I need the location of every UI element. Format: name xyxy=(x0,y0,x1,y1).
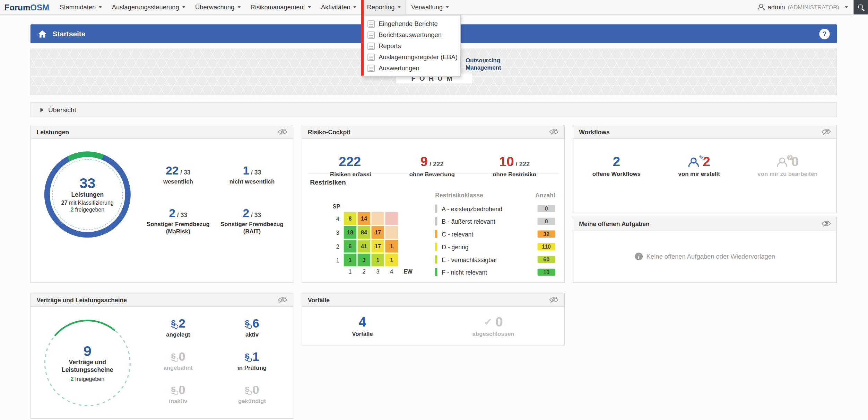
reporting-menu-item[interactable]: Auswertungen xyxy=(363,62,460,73)
vertraege-stats: 2 angelegt 6 aktiv 0 angebahnt xyxy=(143,318,287,404)
risk-matrix-cell: 1 xyxy=(385,254,398,267)
risk-matrix: SP 4321 8141884176411711311 1234 EW xyxy=(333,200,435,280)
paragraph-icon xyxy=(245,386,250,395)
menu-item-aktivitaeten[interactable]: Aktivitäten xyxy=(316,0,362,14)
chevron-down-icon xyxy=(445,6,449,8)
risk-matrix-cell: 1 xyxy=(385,240,398,253)
chevron-down-icon xyxy=(845,6,848,8)
matrix-row-labels: 4321 xyxy=(334,212,341,268)
card-workflows: Workflows 2 offene Workflows 2 von mir e… xyxy=(573,125,837,213)
risk-matrix-cell: 8 xyxy=(344,212,357,225)
user-menu[interactable]: admin (ADMINISTRATOR) xyxy=(752,4,854,10)
legend-row: C - relevant 32 xyxy=(435,228,555,241)
user-name: admin xyxy=(767,4,785,10)
matrix-col-label: 3 xyxy=(372,269,384,275)
red-indicator-bar xyxy=(361,0,364,76)
vorfaelle-stats: 4 Vorfälle 0 abgeschlossen xyxy=(302,307,564,337)
chevron-down-icon xyxy=(308,6,311,8)
legend-count-badge: 60 xyxy=(538,256,555,263)
risk-matrix-cell: 3 xyxy=(358,254,371,267)
legend-color-bar xyxy=(435,205,437,213)
hide-widget-icon[interactable] xyxy=(822,128,831,135)
reporting-menu-item[interactable]: Reports xyxy=(363,41,460,52)
reporting-menu-item[interactable]: Eingehende Berichte xyxy=(363,18,460,29)
collapse-arrow-icon xyxy=(41,107,44,112)
uebersicht-toggle[interactable]: Übersicht xyxy=(31,102,837,117)
card-header: Verträge und Leistungsscheine xyxy=(31,294,293,307)
matrix-row-label: 3 xyxy=(334,226,341,240)
app-logo[interactable]: ForumOSM xyxy=(5,0,49,14)
divider xyxy=(308,173,558,174)
workflow-stat-open: 2 offene Workflows xyxy=(592,155,641,177)
card-title: Vorfälle xyxy=(308,296,330,303)
legend-color-bar xyxy=(435,230,437,238)
card-header: Risiko-Cockpit xyxy=(302,125,564,138)
vertrag-stat: 0 inaktiv xyxy=(143,384,214,404)
menu-item-stammdaten[interactable]: Stammdaten xyxy=(55,0,107,14)
legend-header-count: Anzahl xyxy=(535,192,555,198)
hide-widget-icon[interactable] xyxy=(822,220,831,227)
paragraph-icon xyxy=(245,352,250,361)
risk-matrix-cell: 18 xyxy=(344,226,357,239)
paragraph-icon xyxy=(171,386,176,395)
card-header: Vorfälle xyxy=(302,294,564,307)
home-icon[interactable] xyxy=(38,29,47,38)
hide-widget-icon[interactable] xyxy=(549,128,558,135)
menu-item-verwaltung[interactable]: Verwaltung xyxy=(406,0,454,14)
report-icon xyxy=(367,53,375,61)
report-icon xyxy=(367,20,375,27)
card-title: Leistungen xyxy=(36,128,69,135)
legend-count-badge: 32 xyxy=(538,231,555,238)
vertrag-stat: 6 aktiv xyxy=(217,318,287,338)
risk-matrix-cell: 17 xyxy=(372,240,384,253)
search-button[interactable] xyxy=(853,0,868,14)
user-tasks-icon xyxy=(776,157,788,167)
workflow-stat-todo: 0 von mir zu bearbeiten xyxy=(757,155,817,177)
menu-item-reporting[interactable]: Reporting Eingehende Berichte Berichtsau… xyxy=(362,0,406,14)
legend-row: F - nicht relevant 10 xyxy=(435,266,555,279)
legend-label: B - äußerst relevant xyxy=(442,218,533,225)
matrix-y-axis-label: SP xyxy=(333,203,340,209)
reporting-dropdown: Eingehende Berichte Berichtsauswertungen… xyxy=(362,15,460,77)
vertraege-donut-chart: 9 Verträge und Leistungsscheine 2 freige… xyxy=(43,319,132,407)
donut-center-text: 33 Leistungen 27 mit Klassifizierung 2 f… xyxy=(44,151,131,238)
chevron-down-icon xyxy=(397,6,401,8)
legend-rows: A - existenzbedrohend 0 B - äußerst rele… xyxy=(435,202,555,278)
leistung-stat: 22/ 33 wesentlich xyxy=(143,164,214,186)
vertrag-stat: 0 gekündigt xyxy=(217,384,287,404)
risk-matrix-cell: 84 xyxy=(358,226,371,239)
app-logo-part2: OSM xyxy=(30,2,49,12)
vertrag-stat: 0 angebahnt xyxy=(143,351,214,371)
chevron-down-icon xyxy=(182,6,185,8)
legend-row: A - existenzbedrohend 0 xyxy=(435,202,555,215)
help-button[interactable]: ? xyxy=(819,28,830,39)
legend-count-badge: 110 xyxy=(538,243,555,250)
hide-widget-icon[interactable] xyxy=(278,128,287,135)
reporting-menu-item[interactable]: Berichtsauswertungen xyxy=(363,29,460,41)
card-title: Verträge und Leistungsscheine xyxy=(36,296,127,303)
legend-color-bar xyxy=(435,255,437,263)
legend-label: F - nicht relevant xyxy=(442,269,533,276)
risk-matrix-cell xyxy=(385,212,398,225)
info-icon xyxy=(635,252,642,260)
vorfall-stat-done: 0 abgeschlossen xyxy=(472,315,514,337)
check-icon xyxy=(484,317,492,327)
risk-matrix-cell: 14 xyxy=(358,212,371,225)
legend-label: C - relevant xyxy=(442,231,533,237)
menu-item-auslagerungssteuerung[interactable]: Auslagerungssteuerung xyxy=(107,0,190,14)
card-vertraege: Verträge und Leistungsscheine 9 Verträge… xyxy=(31,293,294,419)
reporting-menu-item[interactable]: Auslagerungsregister (EBA) xyxy=(363,51,460,62)
hide-widget-icon[interactable] xyxy=(549,296,558,304)
card-aufgaben: Meine offenen Aufgaben Keine offenen Auf… xyxy=(573,217,837,283)
chevron-down-icon xyxy=(353,6,357,8)
vertrag-stat: 2 angelegt xyxy=(143,318,214,338)
legend-row: E - vernachlässigbar 60 xyxy=(435,253,555,266)
matrix-col-labels: 1234 xyxy=(344,269,399,275)
menu-item-ueberwachung[interactable]: Überwachung xyxy=(190,0,246,14)
card-header: Leistungen xyxy=(31,125,293,138)
nav-right: admin (ADMINISTRATOR) xyxy=(752,0,868,14)
hide-widget-icon[interactable] xyxy=(278,296,287,304)
matrix-row-label: 2 xyxy=(334,240,341,254)
menu-item-risikomanagement[interactable]: Risikomanagement xyxy=(245,0,316,14)
banner-tagline: OutsourcingManagement xyxy=(466,57,501,71)
